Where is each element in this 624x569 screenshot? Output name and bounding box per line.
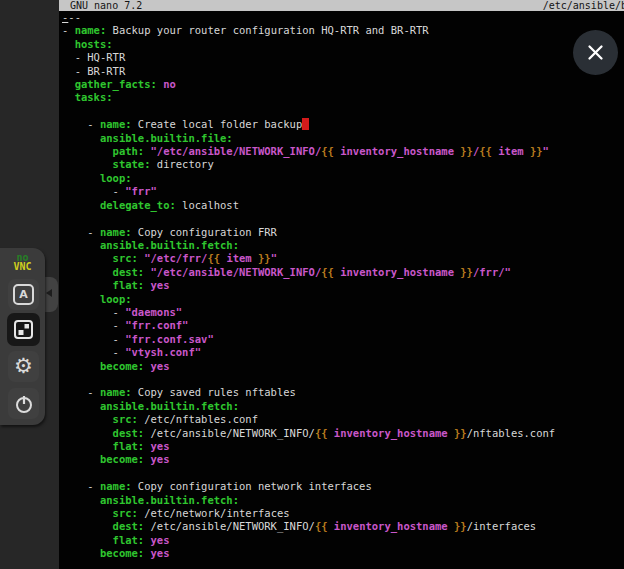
terminal-screen[interactable]: GNU nano 7.2 /etc/ansible/b ---- name: B… <box>59 0 624 569</box>
code-line <box>62 467 624 480</box>
nano-titlebar: GNU nano 7.2 /etc/ansible/b <box>59 0 624 11</box>
power-icon <box>14 394 34 414</box>
code-line: state: directory <box>62 158 624 171</box>
nano-version: GNU nano 7.2 <box>70 0 142 11</box>
code-line: - name: Create local folder backup <box>62 118 624 131</box>
code-line: delegate_to: localhost <box>62 199 624 212</box>
code-line: path: "/etc/ansible/NETWORK_INFO/{{ inve… <box>62 145 624 158</box>
code-line: - name: Copy saved rules nftables <box>62 386 624 399</box>
code-line: loop: <box>62 172 624 185</box>
code-line: - name: Copy configuration FRR <box>62 226 624 239</box>
code-line: become: yes <box>62 547 624 560</box>
code-line: --- <box>62 11 624 24</box>
code-line: dest: /etc/ansible/NETWORK_INFO/{{ inven… <box>62 520 624 533</box>
code-line: - name: Backup your router configuration… <box>62 24 624 37</box>
code-line: src: /etc/nftables.conf <box>62 413 624 426</box>
vnc-sidebar: no VNC A ⚙ <box>0 0 59 569</box>
code-line: flat: yes <box>62 279 624 292</box>
code-line <box>62 105 624 118</box>
gear-icon: ⚙ <box>14 356 33 377</box>
code-line: ansible.builtin.fetch: <box>62 239 624 252</box>
code-line: gather_facts: no <box>62 78 624 91</box>
code-line: flat: yes <box>62 534 624 547</box>
power-button[interactable] <box>8 388 39 419</box>
nano-filepath: /etc/ansible/b <box>543 0 624 11</box>
code-line: - name: Copy configuration network inter… <box>62 480 624 493</box>
code-line <box>62 212 624 225</box>
code-line: ansible.builtin.file: <box>62 132 624 145</box>
code-line: dest: /etc/ansible/NETWORK_INFO/{{ inven… <box>62 427 624 440</box>
fullscreen-icon <box>13 319 34 340</box>
screen: { "nano": { "title_left": "GNU nano 7.2"… <box>0 0 624 569</box>
code-line: - BR-RTR <box>62 65 624 78</box>
chevron-left-icon <box>46 289 52 297</box>
novnc-logo-bottom: VNC <box>0 262 45 271</box>
close-icon <box>587 44 604 61</box>
code-line: - "frr.conf" <box>62 319 624 332</box>
editor-content: ---- name: Backup your router configurat… <box>62 11 624 569</box>
code-line: - "daemons" <box>62 306 624 319</box>
code-line <box>62 373 624 386</box>
fullscreen-button[interactable] <box>7 313 40 346</box>
code-line: - "vtysh.conf" <box>62 346 624 359</box>
code-line: hosts: <box>62 38 624 51</box>
close-button[interactable] <box>573 30 618 75</box>
keyboard-button[interactable]: A <box>8 279 39 310</box>
code-line: src: /etc/network/interfaces <box>62 507 624 520</box>
settings-button[interactable]: ⚙ <box>8 351 39 382</box>
code-line: dest: "/etc/ansible/NETWORK_INFO/{{ inve… <box>62 266 624 279</box>
code-line: tasks: <box>62 91 624 104</box>
code-line: ansible.builtin.fetch: <box>62 400 624 413</box>
code-line: - "frr" <box>62 185 624 198</box>
code-line: - "frr.conf.sav" <box>62 333 624 346</box>
code-line: ansible.builtin.fetch: <box>62 494 624 507</box>
code-line: flat: yes <box>62 440 624 453</box>
vnc-control-panel: no VNC A ⚙ <box>0 248 45 425</box>
code-line: become: yes <box>62 453 624 466</box>
code-line: - HQ-RTR <box>62 51 624 64</box>
novnc-logo: no VNC <box>0 253 45 271</box>
code-line: become: yes <box>62 360 624 373</box>
keyboard-a-icon: A <box>13 284 34 305</box>
code-line: loop: <box>62 293 624 306</box>
code-line: src: "/etc/frr/{{ item }}" <box>62 252 624 265</box>
